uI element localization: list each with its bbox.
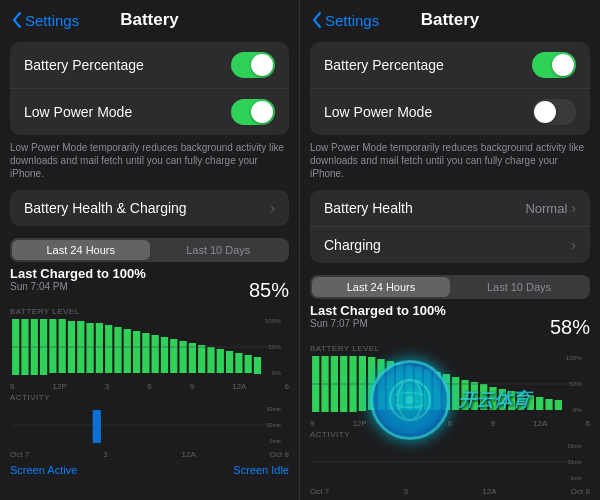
right-last-charged-time: Sun 7:07 PM xyxy=(310,318,446,329)
svg-rect-29 xyxy=(254,357,261,374)
svg-rect-61 xyxy=(517,393,524,410)
right-tab-24h[interactable]: Last 24 Hours xyxy=(312,277,450,297)
right-charging-chevron-area: › xyxy=(567,237,576,253)
left-health-chevron-area: › xyxy=(266,200,275,216)
left-battery-percentage-toggle[interactable] xyxy=(231,52,275,78)
left-battery-chart: 100% 50% 0% xyxy=(10,317,289,377)
left-health-chevron-icon: › xyxy=(270,200,275,216)
svg-rect-57 xyxy=(480,384,487,410)
left-settings-section: Battery Percentage Low Power Mode xyxy=(10,42,289,135)
left-chart-x-labels: 912P36912A6 xyxy=(10,382,289,391)
svg-rect-23 xyxy=(198,345,205,373)
svg-text:50%: 50% xyxy=(569,380,582,387)
right-page-title: Battery xyxy=(421,10,480,30)
right-tab-bar: Last 24 Hours Last 10 Days xyxy=(310,275,590,299)
svg-rect-19 xyxy=(161,337,168,373)
svg-rect-26 xyxy=(226,351,233,373)
svg-text:0min: 0min xyxy=(570,475,581,481)
svg-rect-65 xyxy=(555,400,562,410)
svg-rect-47 xyxy=(387,361,394,410)
left-health-charging-label: Battery Health & Charging xyxy=(24,200,187,216)
right-charging-row[interactable]: Charging › xyxy=(310,226,590,263)
left-tab-bar: Last 24 Hours Last 10 Days xyxy=(10,238,289,262)
svg-rect-58 xyxy=(489,387,496,410)
svg-text:50%: 50% xyxy=(268,343,281,350)
right-battery-percentage-toggle[interactable] xyxy=(532,52,576,78)
svg-rect-27 xyxy=(235,353,242,373)
left-low-power-toggle[interactable] xyxy=(231,99,275,125)
svg-rect-15 xyxy=(124,329,131,373)
left-back-button[interactable]: Settings xyxy=(12,12,79,29)
svg-rect-13 xyxy=(105,325,112,373)
left-header: Settings Battery xyxy=(0,0,299,36)
svg-rect-11 xyxy=(86,323,93,373)
right-battery-percentage-label: Battery Percentage xyxy=(324,57,444,73)
right-low-power-label: Low Power Mode xyxy=(324,104,432,120)
right-chart-area: Last 24 Hours Last 10 Days Last Charged … xyxy=(300,269,600,500)
svg-rect-51 xyxy=(424,369,431,410)
svg-rect-49 xyxy=(405,365,412,410)
svg-rect-16 xyxy=(133,331,140,373)
svg-rect-22 xyxy=(189,343,196,373)
left-battery-level-label: BATTERY LEVEL xyxy=(10,307,289,316)
right-low-power-desc: Low Power Mode temporarily reduces backg… xyxy=(310,141,590,180)
left-last-charged-time: Sun 7:04 PM xyxy=(10,281,146,292)
svg-rect-54 xyxy=(452,377,459,410)
svg-rect-44 xyxy=(359,356,366,411)
right-low-power-toggle[interactable] xyxy=(532,99,576,125)
right-health-section: Battery Health Normal › Charging › xyxy=(310,190,590,263)
svg-rect-52 xyxy=(433,372,440,410)
left-footer-labels: Screen Active Screen Idle xyxy=(10,460,289,480)
left-tab-24h[interactable]: Last 24 Hours xyxy=(12,240,150,260)
right-chart-x-labels: 912P36912A6 xyxy=(310,419,590,428)
right-charging-chevron-icon: › xyxy=(571,237,576,253)
svg-text:100%: 100% xyxy=(566,354,582,361)
right-charging-label: Charging xyxy=(324,237,381,253)
svg-rect-63 xyxy=(536,397,543,410)
left-tab-10d[interactable]: Last 10 Days xyxy=(150,240,288,260)
left-activity-chart: 60min 30min 0min xyxy=(10,405,289,445)
svg-rect-21 xyxy=(179,341,186,373)
left-last-charged: Last Charged to 100% Sun 7:04 PM 85% xyxy=(10,266,289,305)
svg-rect-25 xyxy=(217,349,224,373)
svg-rect-59 xyxy=(499,389,506,410)
right-activity-label: ACTIVITY xyxy=(310,430,590,439)
right-last-charged: Last Charged to 100% Sun 7:07 PM 58% xyxy=(310,303,590,342)
left-battery-percentage-row: Battery Percentage xyxy=(10,42,289,89)
left-battery-percentage-label: Battery Percentage xyxy=(24,57,144,73)
svg-rect-18 xyxy=(152,335,159,373)
left-footer-screen-active: Screen Active xyxy=(10,464,77,476)
svg-rect-20 xyxy=(170,339,177,373)
right-battery-health-row[interactable]: Battery Health Normal › xyxy=(310,190,590,226)
right-battery-percentage-row: Battery Percentage xyxy=(310,42,590,89)
left-activity-x-labels: Oct 7312AOct 8 xyxy=(10,450,289,459)
left-low-power-row: Low Power Mode xyxy=(10,89,289,135)
svg-rect-7 xyxy=(49,319,56,373)
right-battery-percentage-value: 58% xyxy=(550,303,590,342)
svg-text:100%: 100% xyxy=(265,317,281,324)
right-low-power-row: Low Power Mode xyxy=(310,89,590,135)
svg-text:60min: 60min xyxy=(267,406,281,412)
left-battery-percentage-value: 85% xyxy=(249,266,289,305)
svg-text:0%: 0% xyxy=(272,369,282,376)
left-health-charging-row[interactable]: Battery Health & Charging › xyxy=(10,190,289,226)
svg-rect-14 xyxy=(114,327,121,373)
right-panel-wrapper: Settings Battery Battery Percentage Low … xyxy=(300,0,600,500)
svg-text:60min: 60min xyxy=(568,443,582,449)
right-tab-10d[interactable]: Last 10 Days xyxy=(450,277,588,297)
right-last-charged-label: Last Charged to 100% xyxy=(310,303,446,318)
svg-rect-56 xyxy=(471,382,478,410)
left-chart-area: Last 24 Hours Last 10 Days Last Charged … xyxy=(0,232,299,500)
svg-rect-28 xyxy=(245,355,252,373)
right-header: Settings Battery xyxy=(300,0,600,36)
svg-rect-62 xyxy=(527,395,534,410)
svg-rect-55 xyxy=(461,380,468,410)
svg-rect-17 xyxy=(142,333,149,373)
left-panel: Settings Battery Battery Percentage Low … xyxy=(0,0,300,500)
svg-text:0%: 0% xyxy=(573,406,583,413)
left-last-charged-label: Last Charged to 100% xyxy=(10,266,146,281)
left-footer-screen-idle: Screen Idle xyxy=(233,464,289,476)
right-panel: Settings Battery Battery Percentage Low … xyxy=(300,0,600,500)
right-back-button[interactable]: Settings xyxy=(312,12,379,29)
right-activity-x-labels: Oct 7312AOct 8 xyxy=(310,487,590,496)
